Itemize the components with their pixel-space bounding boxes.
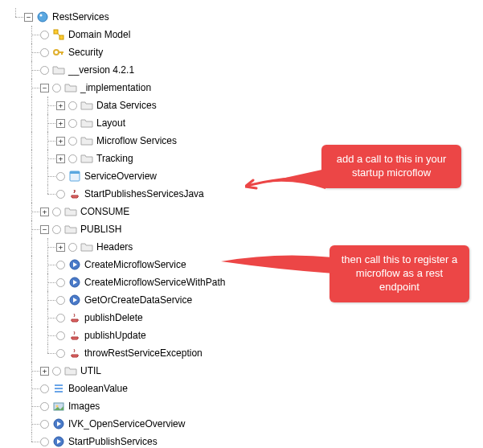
tree-label: PUBLISH bbox=[80, 224, 121, 235]
expand-toggle[interactable]: + bbox=[40, 367, 49, 376]
tree-item-consume[interactable]: + CONSUME bbox=[8, 203, 475, 220]
folder-icon bbox=[64, 81, 77, 94]
bullet-icon bbox=[52, 225, 61, 234]
expand-toggle[interactable]: + bbox=[56, 243, 65, 252]
bullet-icon bbox=[68, 154, 77, 163]
page-icon bbox=[68, 170, 81, 183]
svg-line-4 bbox=[58, 34, 59, 35]
expand-toggle[interactable]: + bbox=[56, 154, 65, 163]
tree-label: throwRestServiceException bbox=[84, 347, 203, 359]
bullet-icon bbox=[40, 438, 49, 446]
java-icon bbox=[68, 329, 81, 342]
annotation-callout-1: add a call to this in your startup micro… bbox=[321, 145, 461, 188]
tree-label: CreateMicroflowServiceWithPath bbox=[84, 277, 225, 288]
tree-label: Security bbox=[68, 47, 103, 58]
tree-label: StartPublishServices bbox=[68, 436, 158, 447]
microflow-icon bbox=[68, 276, 81, 289]
tree-item-domain-model[interactable]: Domain Model bbox=[8, 26, 475, 43]
callout-text: then call this to register a microflow a… bbox=[342, 253, 458, 293]
java-icon bbox=[68, 187, 81, 200]
tree-label: Microflow Services bbox=[96, 135, 177, 146]
bullet-icon bbox=[52, 367, 61, 376]
tree-item-throw-rest-service-exception[interactable]: throwRestServiceException bbox=[8, 344, 475, 362]
bullet-icon bbox=[40, 384, 49, 393]
tree-item-data-services[interactable]: + Data Services bbox=[8, 97, 475, 114]
expand-toggle[interactable]: + bbox=[56, 119, 65, 128]
project-tree: − RestServices Domain Model Security __v… bbox=[8, 8, 475, 448]
tree-label: IVK_OpenServiceOverview bbox=[68, 418, 185, 430]
tree-item-util[interactable]: + UTIL bbox=[8, 362, 475, 380]
tree-item-layout[interactable]: + Layout bbox=[8, 114, 475, 132]
svg-point-1 bbox=[40, 14, 43, 17]
java-icon bbox=[68, 311, 81, 324]
tree-label: __version 4.2.1 bbox=[68, 64, 134, 76]
microflow-icon bbox=[68, 258, 81, 271]
collapse-toggle[interactable]: − bbox=[40, 225, 49, 234]
tree-label: Data Services bbox=[96, 100, 157, 111]
tree-item-publish[interactable]: − PUBLISH bbox=[8, 220, 475, 238]
tree-label: BooleanValue bbox=[68, 383, 128, 394]
tree-label: _implementation bbox=[80, 82, 151, 93]
tree-label: StartPublishesServicesJava bbox=[84, 188, 204, 199]
tree-label: ServiceOverview bbox=[84, 171, 157, 182]
tree-root[interactable]: − RestServices bbox=[8, 8, 475, 26]
bullet-icon bbox=[68, 137, 77, 146]
tree-item-version[interactable]: __version 4.2.1 bbox=[8, 61, 475, 79]
svg-point-5 bbox=[54, 50, 59, 55]
folder-icon bbox=[80, 99, 93, 112]
svg-point-17 bbox=[56, 405, 59, 408]
module-icon bbox=[36, 10, 49, 23]
microflow-icon bbox=[52, 435, 65, 448]
folder-icon bbox=[80, 152, 93, 165]
tree-label: Headers bbox=[96, 241, 133, 253]
bullet-icon bbox=[40, 402, 49, 411]
expand-toggle[interactable]: + bbox=[40, 208, 49, 216]
tree-label: publishUpdate bbox=[84, 330, 146, 341]
tree-label: Layout bbox=[96, 117, 125, 129]
microflow-icon bbox=[68, 294, 81, 306]
tree-item-ivk-open-service-overview[interactable]: IVK_OpenServiceOverview bbox=[8, 415, 475, 433]
folder-icon bbox=[64, 364, 77, 377]
folder-icon bbox=[80, 134, 93, 147]
tree-label: publishDelete bbox=[84, 312, 143, 323]
annotation-callout-2: then call this to register a microflow a… bbox=[330, 245, 469, 302]
tree-label: CONSUME bbox=[80, 206, 129, 217]
expand-toggle[interactable]: + bbox=[56, 101, 65, 110]
folder-icon bbox=[80, 117, 93, 129]
bullet-icon bbox=[56, 261, 65, 269]
tree-label: CreateMicroflowService bbox=[84, 259, 186, 270]
bullet-icon bbox=[68, 119, 77, 128]
svg-rect-3 bbox=[59, 35, 63, 39]
tree-item-publish-update[interactable]: publishUpdate bbox=[8, 327, 475, 344]
bullet-icon bbox=[56, 190, 65, 199]
bullet-icon bbox=[56, 172, 65, 181]
expand-toggle[interactable]: + bbox=[56, 137, 65, 146]
microflow-icon bbox=[52, 417, 65, 430]
folder-icon bbox=[64, 205, 77, 218]
bullet-icon bbox=[56, 314, 65, 323]
svg-point-0 bbox=[38, 12, 47, 22]
images-icon bbox=[52, 400, 65, 413]
collapse-toggle[interactable]: − bbox=[24, 13, 33, 22]
tree-item-security[interactable]: Security bbox=[8, 43, 475, 61]
enum-icon bbox=[52, 382, 65, 395]
java-icon bbox=[68, 347, 81, 360]
tree-label: GetOrCreateDataService bbox=[84, 294, 192, 306]
bullet-icon bbox=[56, 278, 65, 287]
collapse-toggle[interactable]: − bbox=[40, 84, 49, 92]
tree-item-start-publish-services[interactable]: StartPublishServices bbox=[8, 433, 475, 448]
tree-item-images[interactable]: Images bbox=[8, 397, 475, 415]
tree-label: Domain Model bbox=[68, 29, 130, 40]
callout-text: add a call to this in your startup micro… bbox=[337, 153, 447, 179]
folder-icon bbox=[52, 64, 65, 76]
domain-model-icon bbox=[52, 28, 65, 41]
tree-item-publish-delete[interactable]: publishDelete bbox=[8, 309, 475, 327]
bullet-icon bbox=[40, 66, 49, 75]
tree-label: RestServices bbox=[52, 11, 109, 23]
bullet-icon bbox=[40, 48, 49, 57]
bullet-icon bbox=[68, 101, 77, 110]
tree-item-implementation[interactable]: − _implementation bbox=[8, 79, 475, 97]
bullet-icon bbox=[68, 243, 77, 252]
folder-icon bbox=[80, 240, 93, 253]
tree-item-boolean-value[interactable]: BooleanValue bbox=[8, 380, 475, 397]
